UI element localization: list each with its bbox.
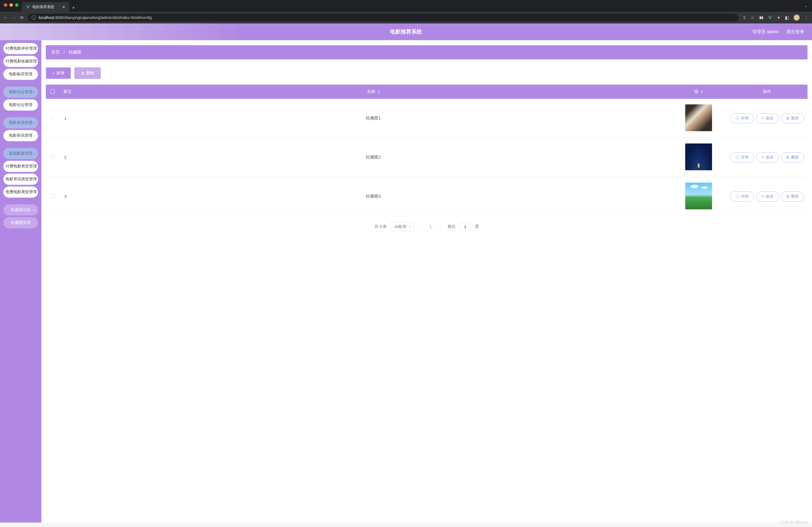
- window-minimize-icon[interactable]: [10, 3, 13, 7]
- row-delete-button[interactable]: 🗑删除: [781, 191, 804, 202]
- header-right: 管理员 admin 退出登录: [752, 29, 804, 35]
- sidebar-item-2[interactable]: 电影购买管理: [3, 69, 38, 80]
- pagination: 共 3 条 10条/页 〈 1 〉 前往 页: [46, 222, 808, 231]
- trash-icon: 🗑: [786, 116, 790, 120]
- add-button[interactable]: + 新增: [46, 67, 71, 79]
- bookmark-icon[interactable]: ☆: [751, 15, 754, 20]
- user-label[interactable]: 管理员 admin: [752, 29, 779, 35]
- sort-icon[interactable]: ▲▼: [378, 90, 380, 94]
- url-bar[interactable]: i localhost:8080/dianyingtuijianxitong/a…: [28, 14, 739, 21]
- sidebar-item-5[interactable]: 电影资讯管理: [3, 117, 38, 128]
- goto-page-input[interactable]: [459, 223, 471, 231]
- row-thumbnail[interactable]: [685, 104, 712, 131]
- table-row: 1 轮播图1 📄详情 ✎修改 🗑删除: [46, 99, 808, 138]
- edit-icon: ✎: [762, 116, 764, 120]
- toolbar: + 新增 🗑 删除: [46, 67, 808, 79]
- extensions-icon[interactable]: ✦: [777, 15, 781, 20]
- row-delete-button[interactable]: 🗑删除: [781, 152, 804, 162]
- goto-prefix: 前往: [448, 224, 455, 229]
- goto-suffix: 页: [475, 224, 479, 229]
- edit-button[interactable]: ✎修改: [756, 191, 779, 202]
- header-index[interactable]: 索引: [59, 85, 76, 99]
- share-icon[interactable]: ⇧: [742, 15, 746, 20]
- doc-icon: 📄: [735, 194, 739, 199]
- window-maximize-icon[interactable]: [15, 3, 18, 7]
- url-text: localhost:8080/dianyingtuijianxitong/adm…: [39, 15, 152, 20]
- nav-right: ⇧ ☆ 👀 ✦ ◧ ⋮: [742, 15, 809, 21]
- row-name: 轮播图1: [76, 99, 671, 138]
- window-chevron-icon[interactable]: ⌄: [805, 4, 808, 8]
- sidebar-item-4[interactable]: 电影论坛管理: [3, 99, 38, 111]
- logout-link[interactable]: 退出登录: [786, 29, 804, 35]
- doc-icon: 📄: [735, 116, 739, 120]
- header-checkbox-cell: [46, 85, 59, 99]
- forward-icon[interactable]: →: [12, 15, 16, 20]
- header-value[interactable]: 值 ▲▼: [671, 85, 727, 99]
- profile-avatar[interactable]: [794, 15, 800, 21]
- edit-icon: ✎: [762, 156, 764, 159]
- site-info-icon[interactable]: i: [31, 15, 36, 20]
- header-ops: 操作: [727, 85, 808, 99]
- detail-button[interactable]: 📄详情: [730, 191, 754, 202]
- sidebar-item-1[interactable]: 付费电影收藏管理: [3, 56, 38, 67]
- row-name: 轮播图2: [76, 138, 671, 177]
- trash-icon: 🗑: [786, 194, 790, 199]
- back-icon[interactable]: ←: [3, 15, 8, 20]
- tab-title: 电影推荐系统: [32, 4, 54, 10]
- detail-button[interactable]: 📄详情: [730, 152, 754, 162]
- panel-icon[interactable]: ◧: [785, 15, 789, 20]
- window-controls: [0, 0, 812, 10]
- row-index: 3: [59, 177, 76, 216]
- sidebar-item-11[interactable]: 轮播图信息: [3, 204, 38, 216]
- page-size-select[interactable]: 10条/页: [391, 222, 414, 231]
- header-name[interactable]: 名称 ▲▼: [76, 85, 671, 99]
- trash-icon: 🗑: [786, 156, 790, 159]
- row-name: 轮播图3: [76, 177, 671, 216]
- vue-icon: [26, 5, 30, 9]
- row-index: 1: [59, 99, 76, 138]
- row-delete-button[interactable]: 🗑删除: [781, 113, 804, 123]
- row-thumbnail[interactable]: [685, 182, 712, 209]
- sidebar-item-8[interactable]: 付费电影类型管理: [3, 161, 38, 172]
- tab-close-icon[interactable]: ✕: [62, 5, 66, 9]
- new-tab-button[interactable]: +: [72, 5, 75, 11]
- app-header: 电影推荐系统 管理员 admin 退出登录: [0, 24, 812, 40]
- breadcrumb-home[interactable]: 首页: [52, 50, 60, 55]
- eyes-icon[interactable]: 👀: [759, 16, 764, 20]
- edit-icon: ✎: [762, 194, 764, 199]
- row-checkbox[interactable]: [50, 155, 55, 159]
- vue-ext-icon[interactable]: [768, 15, 772, 20]
- sidebar-item-7[interactable]: 基础数据管理: [3, 148, 38, 159]
- window-close-icon[interactable]: [4, 3, 7, 7]
- delete-button[interactable]: 🗑 删除: [74, 67, 101, 79]
- sidebar-item-9[interactable]: 电影资讯类型管理: [3, 174, 38, 185]
- page-number[interactable]: 1: [427, 224, 434, 229]
- row-checkbox[interactable]: [50, 116, 55, 120]
- detail-button[interactable]: 📄详情: [730, 113, 754, 123]
- breadcrumb: 首页 / 轮播图: [46, 45, 808, 59]
- add-button-label: 新增: [56, 71, 64, 76]
- sidebar-item-0[interactable]: 付费电影评价管理: [3, 43, 38, 54]
- main-content: 首页 / 轮播图 + 新增 🗑 删除 索引: [41, 40, 812, 523]
- prev-page-icon[interactable]: 〈: [418, 224, 423, 229]
- row-checkbox[interactable]: [50, 194, 55, 198]
- table-row: 2 轮播图2 📄详情 ✎修改 🗑删除: [46, 138, 808, 177]
- menu-icon[interactable]: ⋮: [804, 15, 809, 20]
- browser-chrome: ⌄ 电影推荐系统 ✕ + ← → ⟳ i localhost:8080/dian…: [0, 0, 812, 24]
- sidebar-item-6[interactable]: 电影资讯管理: [3, 130, 38, 141]
- nav-bar: ← → ⟳ i localhost:8080/dianyingtuijianxi…: [0, 12, 812, 24]
- data-table: 索引 名称 ▲▼ 值 ▲▼ 操作 1 轮播图1 📄详情: [46, 85, 808, 216]
- edit-button[interactable]: ✎修改: [756, 113, 779, 123]
- sidebar-item-12[interactable]: 轮播图管理: [3, 217, 38, 228]
- sidebar-item-3[interactable]: 电影论坛管理: [3, 87, 38, 98]
- sort-icon[interactable]: ▲▼: [701, 90, 703, 94]
- next-page-icon[interactable]: 〉: [438, 224, 444, 229]
- select-all-checkbox[interactable]: [50, 89, 55, 93]
- plus-icon: +: [53, 71, 55, 75]
- pagination-total: 共 3 条: [375, 224, 387, 229]
- row-thumbnail[interactable]: [685, 144, 712, 170]
- reload-icon[interactable]: ⟳: [20, 15, 24, 20]
- edit-button[interactable]: ✎修改: [756, 152, 779, 162]
- browser-tab[interactable]: 电影推荐系统 ✕: [22, 2, 69, 12]
- sidebar-item-10[interactable]: 免费电影类型管理: [3, 187, 38, 197]
